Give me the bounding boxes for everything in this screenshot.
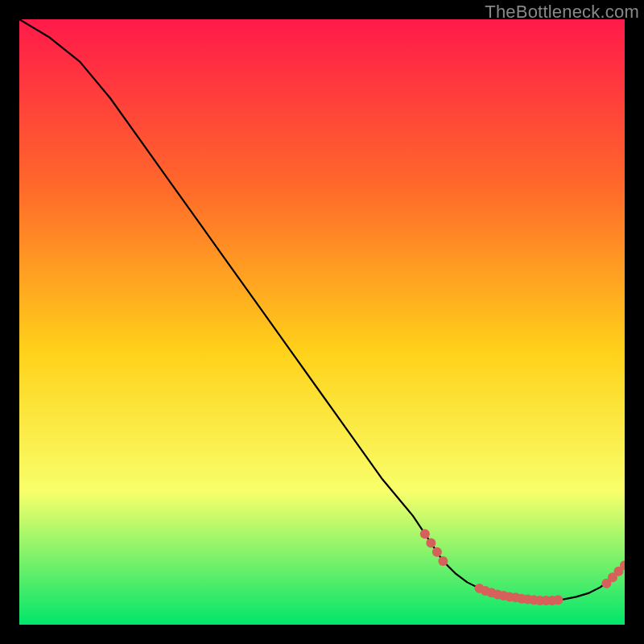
data-marker bbox=[420, 529, 430, 539]
watermark-text: TheBottleneck.com bbox=[485, 2, 639, 23]
chart-svg bbox=[19, 19, 625, 625]
plot-area bbox=[19, 19, 625, 625]
data-marker bbox=[438, 556, 448, 566]
chart-container: TheBottleneck.com bbox=[0, 0, 644, 644]
data-marker bbox=[553, 595, 563, 605]
data-marker bbox=[426, 538, 436, 547]
data-marker bbox=[432, 547, 442, 557]
gradient-background bbox=[19, 19, 625, 625]
